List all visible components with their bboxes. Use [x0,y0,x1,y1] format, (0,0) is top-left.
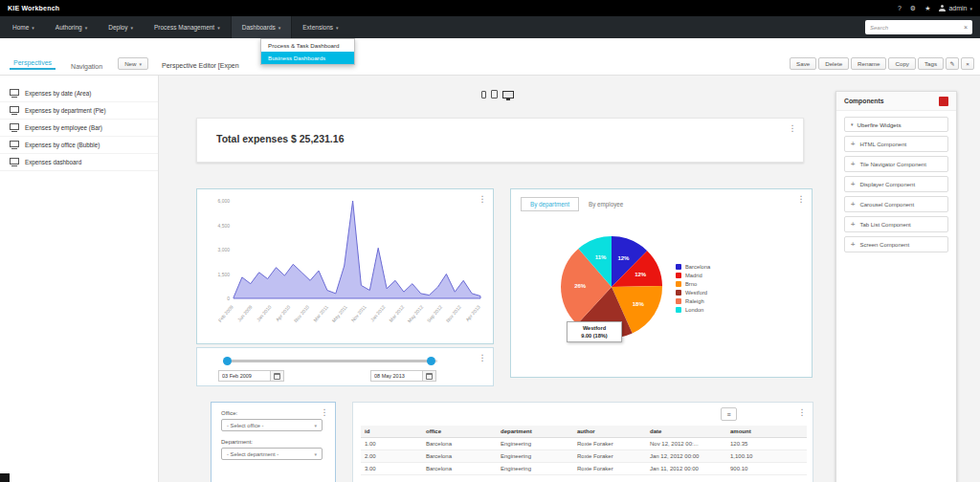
nav-item-authoring[interactable]: Authoring ▾ [45,16,98,38]
office-label: Office: [221,410,325,416]
legend-item-madrid[interactable]: Madrid [676,273,710,278]
tab-by-employee[interactable]: By employee [579,198,633,210]
pie-card-tabs: By department By employee [521,197,633,211]
nav-item-dashboards[interactable]: Dashboards ▾ [231,16,293,38]
rename-button[interactable]: Rename [851,57,886,70]
tab-perspectives[interactable]: Perspectives [10,59,56,70]
column-header-date[interactable]: date [646,426,726,438]
total-expenses-card: Total expenses $ 25,231.16 ⋮ [196,118,804,163]
cell-office: Barcelona [422,438,497,450]
kebab-menu-icon[interactable]: ⋮ [796,195,806,204]
help-icon[interactable]: ? [898,5,902,11]
table-view-button[interactable]: ≡ [721,407,737,421]
sidebar-item-expenses-by-department[interactable]: Expenses by department (Pie) [0,102,158,120]
legend-swatch-icon [676,298,681,304]
preview-mobile-icon[interactable] [481,91,486,99]
nav-item-process-management[interactable]: Process Management ▾ [144,16,231,38]
kebab-menu-icon[interactable]: ⋮ [788,124,797,133]
nav-item-extensions[interactable]: Extensions ▾ [292,16,348,38]
table-row[interactable]: 2.00 Barcelona Engineering Roxie Foraker… [361,450,807,463]
close-icon-button[interactable]: × [961,57,974,70]
x-axis-tick: Apr 2010 [275,304,292,323]
sidebar-item-expenses-by-employee[interactable]: Expenses by employee (Bar) [0,120,158,137]
chevron-down-icon: ▾ [140,61,143,67]
column-header-id[interactable]: id [361,426,422,438]
sidebar-item-expenses-dashboard[interactable]: Expenses dashboard [0,154,158,171]
expenses-table-card: ≡ ⋮ id office department author date [352,402,813,482]
legend-item-westford[interactable]: Westford [676,290,710,296]
gear-icon[interactable]: ⚙ [910,5,916,12]
component-item-tile-navigator[interactable]: + Tile Navigator Component [844,156,948,172]
nav-label: Deploy [108,24,127,31]
date-to-input[interactable] [370,370,423,382]
column-header-author[interactable]: author [573,426,646,438]
user-menu[interactable]: admin ▾ [939,5,972,11]
cell-id: 2.00 [361,450,422,463]
calendar-button[interactable] [271,370,284,382]
panel-close-badge[interactable] [939,97,948,106]
page-title: Perspective Editor [Expen [162,62,239,69]
menu-item-process-task-dashboard[interactable]: Process & Task Dashboard [261,39,354,52]
tab-navigation[interactable]: Navigation [67,63,106,70]
sidebar-item-label: Expenses dashboard [25,159,81,165]
brand-logo[interactable]: KIE Workbench [8,5,59,11]
table-row[interactable]: 3.00 Barcelona Engineering Roxie Foraker… [361,463,807,475]
column-header-amount[interactable]: amount [726,426,807,438]
save-button[interactable]: Save [790,57,816,70]
copy-button[interactable]: Copy [888,57,915,70]
column-header-office[interactable]: office [422,426,497,438]
edit-icon-button[interactable]: ✎ [946,57,959,70]
x-axis-tick: May 2012 [407,304,425,324]
chevron-down-icon: ▾ [85,25,88,31]
kebab-menu-icon[interactable]: ⋮ [797,408,807,417]
date-slider-track[interactable] [223,360,437,362]
legend-item-london[interactable]: London [676,307,710,313]
component-item-screen[interactable]: + Screen Component [844,236,948,252]
sidebar-item-expenses-by-office[interactable]: Expenses by office (Bubble) [0,137,158,154]
cell-author: Roxie Foraker [573,450,646,463]
component-item-tab-list[interactable]: + Tab List Component [844,216,948,232]
legend-item-brno[interactable]: Brno [676,281,710,287]
cell-amount: 900.10 [726,463,807,475]
cell-author: Roxie Foraker [573,438,646,450]
calendar-button[interactable] [423,370,436,382]
component-group-uberfire-widgets[interactable]: ▾ Uberfire Widgets [844,117,948,132]
tab-by-department[interactable]: By department [521,197,579,211]
column-header-department[interactable]: department [497,426,573,438]
x-axis-tick: Nov 2012 [445,304,462,323]
date-from-input[interactable] [218,370,271,382]
sidebar-item-expenses-by-date[interactable]: Expenses by date (Area) [0,85,158,102]
nav-item-deploy[interactable]: Deploy ▾ [98,16,144,38]
preview-tablet-icon[interactable] [491,90,498,99]
search-input[interactable] [870,25,960,31]
legend-item-barcelona[interactable]: Barcelona [676,264,710,270]
window-corner [0,473,10,482]
date-slider-handle-start[interactable] [223,357,232,365]
component-item-html[interactable]: + HTML Component [844,136,948,152]
table-row[interactable]: 1.00 Barcelona Engineering Roxie Foraker… [361,438,807,450]
kebab-menu-icon[interactable]: ⋮ [478,195,487,204]
office-select[interactable]: - Select office - ▾ [221,419,323,431]
kebab-menu-icon[interactable]: ⋮ [320,408,329,417]
component-item-displayer[interactable]: + Displayer Component [844,176,948,192]
tags-button[interactable]: Tags [918,57,944,70]
kebab-menu-icon[interactable]: ⋮ [478,354,487,362]
editor-toolbar: Perspectives Navigation New ▾ Perspectiv… [0,38,980,76]
component-item-carousel[interactable]: + Carousel Component [844,196,948,212]
preview-desktop-icon[interactable] [502,91,514,99]
pie-slice-label: 18% [633,301,645,307]
new-button[interactable]: New ▾ [118,57,148,70]
legend-label: Raleigh [685,298,704,304]
search-clear-icon[interactable]: × [964,24,968,31]
legend-item-raleigh[interactable]: Raleigh [676,298,710,304]
date-slider-handle-end[interactable] [427,357,435,365]
cell-department: Engineering [497,450,573,463]
nav-item-home[interactable]: Home ▾ [2,16,45,38]
cell-date: Jan 12, 2012 00:00 [646,450,726,463]
department-select[interactable]: - Select department - ▾ [221,448,323,460]
x-axis-tick: May 2011 [330,304,348,324]
menu-item-business-dashboards[interactable]: Business Dashboards [261,52,354,64]
star-icon[interactable]: ★ [924,5,930,12]
drag-handle-icon: + [851,180,855,188]
delete-button[interactable]: Delete [818,57,849,70]
